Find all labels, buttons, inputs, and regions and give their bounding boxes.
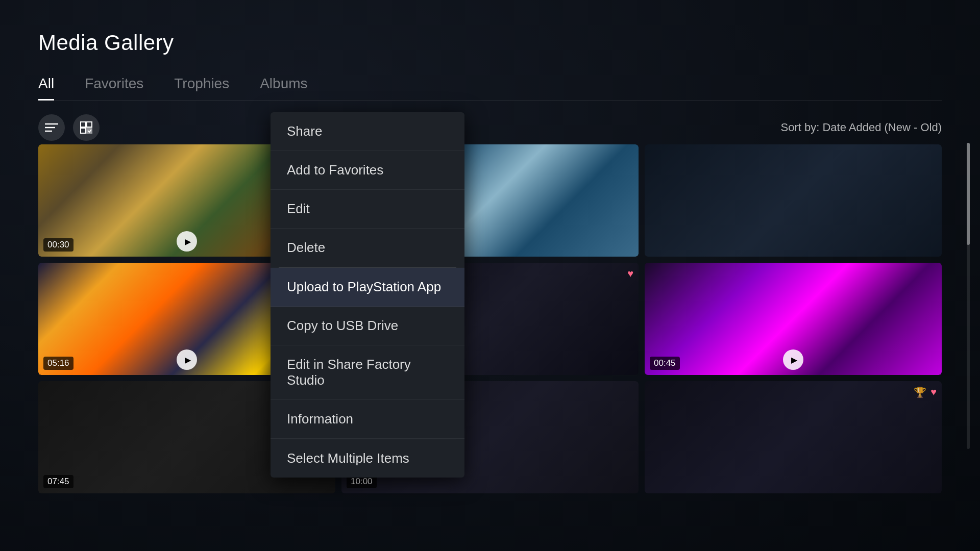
context-menu-delete[interactable]: Delete: [271, 229, 464, 267]
context-menu-share[interactable]: Share: [271, 112, 464, 151]
context-menu-edit-share-factory[interactable]: Edit in Share Factory Studio: [271, 345, 464, 400]
context-menu-overlay[interactable]: Share Add to Favorites Edit Delete Uploa…: [0, 0, 980, 551]
context-menu-edit[interactable]: Edit: [271, 190, 464, 229]
context-menu-add-favorites[interactable]: Add to Favorites: [271, 151, 464, 190]
context-menu-copy-usb[interactable]: Copy to USB Drive: [271, 307, 464, 345]
context-menu-upload-ps-app[interactable]: Upload to PlayStation App: [271, 268, 464, 307]
context-menu: Share Add to Favorites Edit Delete Uploa…: [271, 112, 464, 478]
context-menu-information[interactable]: Information: [271, 400, 464, 439]
context-menu-select-multiple[interactable]: Select Multiple Items: [271, 439, 464, 478]
